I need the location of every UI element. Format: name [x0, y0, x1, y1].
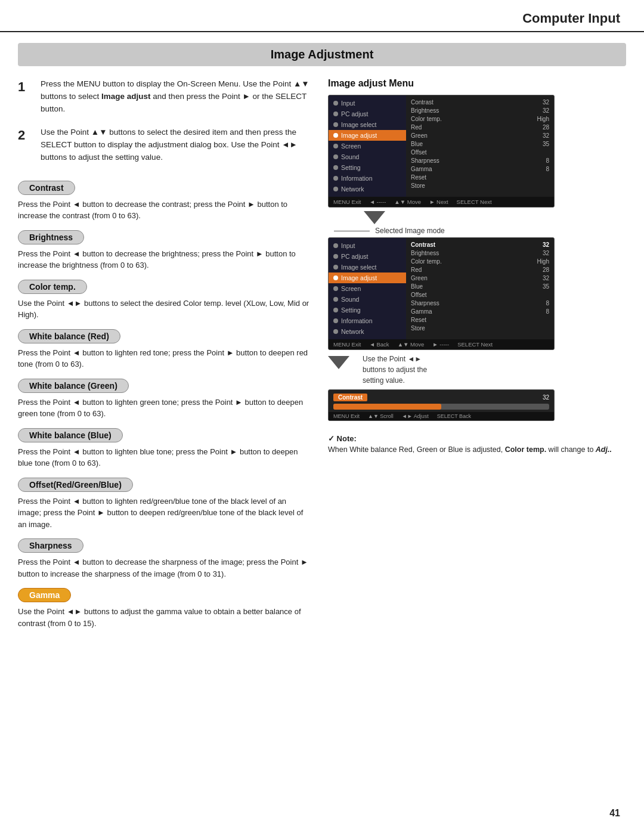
page-title: Computer Input — [24, 11, 620, 26]
menu-right-panel-second: Contrast32 Brightness32 Color temp.High … — [406, 238, 554, 339]
menu-row-offset-second: Offset — [411, 290, 549, 299]
menu-row-gamma-second: Gamma8 — [411, 307, 549, 315]
gamma-desc: Use the Point ◄► buttons to adjust the g… — [18, 606, 310, 629]
menu-screenshot-second: Input PC adjust Image select Image adjus… — [328, 237, 555, 350]
white-balance-blue-label: White balance (Blue) — [18, 428, 123, 442]
menu-row-reset-top: Reset — [411, 173, 549, 181]
menu-item-imageadjust-active-2: Image adjust — [329, 272, 406, 283]
contrast-bar-screenshot: Contrast 32 MENU Exit▲▼ Scroll◄► AdjustS… — [328, 389, 555, 421]
brightness-section: Brightness Press the Point ◄ button to d… — [18, 224, 310, 271]
menu-row-sharpness-top: Sharpness8 — [411, 156, 549, 165]
menu-left-panel-top: Input PC adjust Image select Image adjus… — [329, 95, 406, 197]
menu-item-pcadjust-2: PC adjust — [329, 251, 406, 262]
gamma-label: Gamma — [18, 588, 71, 602]
contrast-bar-value: 32 — [543, 394, 549, 401]
point-adjust-text: Use the Point ◄►buttons to adjust theset… — [363, 354, 427, 386]
main-content: 1 Press the MENU button to display the O… — [0, 78, 644, 631]
white-balance-red-desc: Press the Point ◄ button to lighten red … — [18, 347, 310, 370]
right-col-title: Image adjust Menu — [328, 78, 626, 89]
menu-item-imageadjust-active: Image adjust — [329, 130, 406, 141]
menu-item-input-2: Input — [329, 240, 406, 251]
white-balance-green-section: White balance (Green) Press the Point ◄ … — [18, 373, 310, 420]
menu-row-green-top: Green32 — [411, 131, 549, 140]
menu-row-brightness-second: Brightness32 — [411, 249, 549, 257]
menu-row-green-second: Green32 — [411, 274, 549, 282]
menu-bottom-bar-top: MENU Exit◄ -----▲▼ Move► NextSELECT Next — [329, 197, 554, 207]
contrast-label: Contrast — [18, 181, 75, 195]
white-balance-red-label: White balance (Red) — [18, 329, 120, 343]
step-text-1: Press the MENU button to display the On-… — [41, 78, 310, 116]
section-title-bar: Image Adjustment — [18, 43, 626, 66]
menu-item-information-2: Information — [329, 315, 406, 326]
step-2: 2 Use the Point ▲▼ buttons to select the… — [18, 126, 310, 164]
menu-row-brightness-top: Brightness32 — [411, 106, 549, 114]
offset-desc: Press the Point ◄ button to lighten red/… — [18, 496, 310, 531]
white-balance-blue-desc: Press the Point ◄ button to lighten blue… — [18, 446, 310, 469]
menu-row-store-top: Store — [411, 181, 549, 190]
section-title: Image Adjustment — [30, 48, 614, 61]
white-balance-red-section: White balance (Red) Press the Point ◄ bu… — [18, 323, 310, 370]
arrow-section-2: Use the Point ◄►buttons to adjust theset… — [328, 354, 626, 386]
menu-item-screen-2: Screen — [329, 283, 406, 294]
menu-item-sound-2: Sound — [329, 294, 406, 305]
color-temp-label: Color temp. — [18, 280, 87, 294]
menu-row-red-top: Red28 — [411, 123, 549, 131]
contrast-section: Contrast Press the Point ◄ button to dec… — [18, 175, 310, 222]
menu-left-panel-second: Input PC adjust Image select Image adjus… — [329, 238, 406, 339]
menu-row-red-second: Red28 — [411, 265, 549, 274]
white-balance-green-desc: Press the Point ◄ button to lighten gree… — [18, 397, 310, 420]
menu-row-contrast-second: Contrast32 — [411, 240, 549, 249]
menu-bottom-bar-second: MENU Exit◄ Back▲▼ Move► -----SELECT Next — [329, 339, 554, 349]
contrast-desc: Press the Point ◄ button to decrease the… — [18, 199, 310, 222]
menu-row-sharpness-second: Sharpness8 — [411, 299, 549, 307]
note-title: ✓ Note: — [328, 434, 626, 443]
menu-row-contrast-top: Contrast32 — [411, 98, 549, 106]
progress-bar-inner — [333, 404, 441, 410]
step-text-2: Use the Point ▲▼ buttons to select the d… — [41, 126, 310, 164]
menu-row-reset-second: Reset — [411, 315, 549, 324]
contrast-bottom-bar: MENU Exit▲▼ Scroll◄► AdjustSELECT Back — [329, 412, 554, 420]
menu-item-setting: Setting — [329, 162, 406, 173]
contrast-bar-label: Contrast — [333, 394, 367, 401]
progress-bar-outer — [333, 404, 549, 410]
offset-label: Offset(Red/Green/Blue) — [18, 478, 133, 492]
menu-item-pcadjust: PC adjust — [329, 109, 406, 119]
menu-item-network: Network — [329, 184, 406, 194]
menu-item-screen: Screen — [329, 141, 406, 151]
gamma-section: Gamma Use the Point ◄► buttons to adjust… — [18, 582, 310, 629]
sharpness-desc: Press the Point ◄ button to decrease the… — [18, 556, 310, 580]
right-column: Image adjust Menu Input PC adjust Image … — [328, 78, 626, 631]
menu-row-colortemp-second: Color temp.High — [411, 257, 549, 265]
menu-item-imageselect: Image select — [329, 119, 406, 130]
menu-right-panel-top: Contrast32 Brightness32 Color temp.High … — [406, 95, 554, 197]
menu-row-colortemp-top: Color temp.High — [411, 114, 549, 123]
menu-item-network-2: Network — [329, 326, 406, 337]
offset-section: Offset(Red/Green/Blue) Press the Point ◄… — [18, 472, 310, 531]
brightness-desc: Press the Point ◄ button to decrease the… — [18, 248, 310, 271]
arrow-down-1 — [328, 211, 626, 224]
menu-row-blue-top: Blue35 — [411, 140, 549, 148]
menu-item-information: Information — [329, 173, 406, 184]
step-number-2: 2 — [18, 128, 32, 143]
page-number: 41 — [609, 808, 620, 819]
contrast-bar-title-row: Contrast 32 — [333, 394, 549, 401]
arrow-down-2 — [328, 356, 349, 369]
brightness-label: Brightness — [18, 230, 84, 244]
page-header: Computer Input — [0, 0, 644, 32]
menu-row-gamma-top: Gamma8 — [411, 165, 549, 173]
menu-item-sound: Sound — [329, 151, 406, 162]
note-section: ✓ Note: When White balance Red, Green or… — [328, 434, 626, 454]
color-temp-section: Color temp. Use the Point ◄► buttons to … — [18, 274, 310, 321]
menu-row-store-second: Store — [411, 324, 549, 332]
menu-row-offset-top: Offset — [411, 148, 549, 156]
menu-item-setting-2: Setting — [329, 305, 406, 315]
step-number-1: 1 — [18, 79, 32, 95]
white-balance-blue-section: White balance (Blue) Press the Point ◄ b… — [18, 422, 310, 469]
menu-screenshot-top: Input PC adjust Image select Image adjus… — [328, 95, 555, 208]
sharpness-section: Sharpness Press the Point ◄ button to de… — [18, 532, 310, 580]
menu-row-blue-second: Blue35 — [411, 282, 549, 290]
note-text: When White balance Red, Green or Blue is… — [328, 445, 626, 454]
sharpness-label: Sharpness — [18, 538, 83, 553]
white-balance-green-label: White balance (Green) — [18, 379, 129, 393]
menu-item-imageselect-2: Image select — [329, 262, 406, 272]
